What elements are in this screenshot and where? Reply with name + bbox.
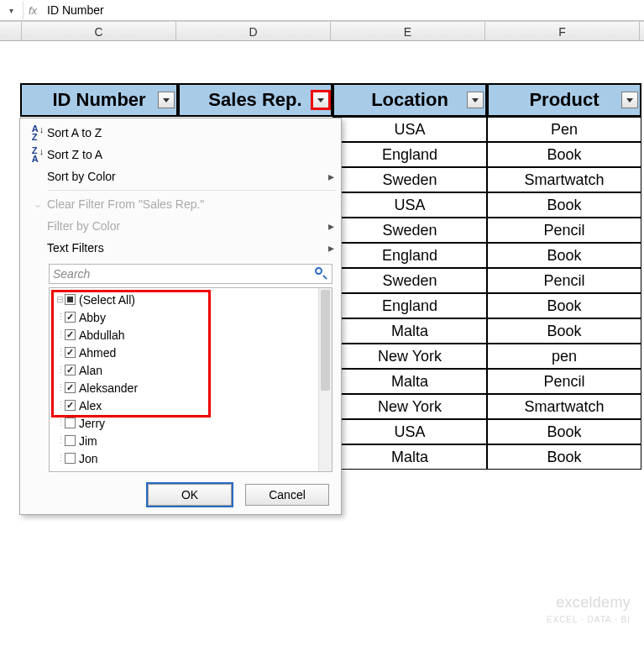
formula-bar-value[interactable]: ID Number xyxy=(42,3,104,17)
filter-item[interactable]: ⋮Abdullah xyxy=(51,326,317,344)
cell-product[interactable]: Smartwatch xyxy=(487,167,641,192)
cell-product[interactable]: Smartwatch xyxy=(487,394,641,419)
filter-item[interactable]: ⊟(Select All) xyxy=(51,291,317,308)
cell-product[interactable]: Book xyxy=(487,192,641,218)
formula-bar: ▾ fx ID Number xyxy=(0,0,644,21)
filter-search[interactable] xyxy=(49,264,332,284)
cell-location[interactable]: USA xyxy=(332,419,487,444)
tree-icon: ⋮ xyxy=(56,312,65,323)
cell-product[interactable]: Pencil xyxy=(487,218,641,243)
scrollbar[interactable] xyxy=(318,288,332,471)
filter-button-sales-rep[interactable] xyxy=(312,92,329,108)
col-header-E[interactable]: E xyxy=(331,22,485,40)
cell-product[interactable]: Book xyxy=(487,243,641,268)
scrollbar-thumb[interactable] xyxy=(321,290,330,391)
sort-by-color[interactable]: Sort by Color ▸ xyxy=(20,165,341,187)
filter-button-id-number[interactable] xyxy=(158,92,175,108)
cell-location[interactable]: Malta xyxy=(332,444,487,470)
col-header-C[interactable]: C xyxy=(22,22,176,40)
column-headers: C D E F xyxy=(0,21,644,41)
tree-icon: ⋮ xyxy=(56,365,65,376)
submenu-arrow-icon: ▸ xyxy=(328,170,334,183)
tree-icon: ⋮ xyxy=(56,400,65,411)
search-input[interactable] xyxy=(50,265,310,283)
cell-location[interactable]: New York xyxy=(332,394,487,419)
cell-product[interactable]: Book xyxy=(487,142,641,167)
checkbox[interactable] xyxy=(65,312,76,323)
fx-label: fx xyxy=(24,4,42,17)
cell-product[interactable]: pen xyxy=(487,344,641,369)
cell-location[interactable]: USA xyxy=(332,117,487,142)
checkbox[interactable] xyxy=(65,347,76,358)
checkbox[interactable] xyxy=(65,453,76,464)
col-header-D[interactable]: D xyxy=(176,22,331,40)
header-id-number[interactable]: ID Number xyxy=(20,83,178,117)
cell-location[interactable]: Sweden xyxy=(332,218,487,243)
checkbox[interactable] xyxy=(65,329,76,340)
checkbox[interactable] xyxy=(65,382,76,393)
checkbox[interactable] xyxy=(65,418,76,428)
filter-item-label: Jerry xyxy=(79,417,105,430)
tree-icon: ⋮ xyxy=(56,347,65,358)
sort-za[interactable]: ZA↓ Sort Z to A xyxy=(20,144,341,165)
filter-item[interactable]: ⋮Alan xyxy=(51,361,317,379)
chevron-down-icon xyxy=(626,98,633,102)
filter-item[interactable]: ⋮Abby xyxy=(51,308,317,326)
filter-item[interactable]: ⋮Jim xyxy=(51,432,317,449)
cell-product[interactable]: Book xyxy=(487,293,641,318)
filter-item[interactable]: ⋮Alex xyxy=(51,397,317,414)
header-sales-rep[interactable]: Sales Rep. xyxy=(178,83,332,117)
cell-product[interactable]: Book xyxy=(487,318,641,344)
filter-item-label: Aleksander xyxy=(79,381,138,395)
cell-location[interactable]: England xyxy=(332,243,487,268)
cell-product[interactable]: Pencil xyxy=(487,268,641,293)
chevron-down-icon xyxy=(472,98,479,102)
filter-item-label: Ahmed xyxy=(79,346,116,360)
header-label: Sales Rep. xyxy=(208,89,301,111)
filter-item[interactable]: ⋮Jon xyxy=(51,449,317,467)
col-location: Location USAEnglandSwedenUSASwedenEnglan… xyxy=(332,83,487,470)
header-label: ID Number xyxy=(52,89,145,111)
sort-az[interactable]: AZ↓ Sort A to Z xyxy=(20,122,341,144)
text-filters[interactable]: Text Filters ▸ xyxy=(20,237,341,259)
clear-filter-icon: ⌄ xyxy=(29,198,47,210)
ok-button[interactable]: OK xyxy=(148,484,232,506)
chevron-down-icon xyxy=(317,98,324,102)
cell-location[interactable]: New York xyxy=(332,344,487,369)
submenu-arrow-icon: ▸ xyxy=(328,219,334,233)
cell-location[interactable]: Malta xyxy=(332,318,487,344)
checkbox[interactable] xyxy=(65,365,76,376)
cell-location[interactable]: England xyxy=(332,293,487,318)
cell-location[interactable]: USA xyxy=(332,192,487,218)
checkbox[interactable] xyxy=(65,400,76,411)
filter-button-product[interactable] xyxy=(621,92,638,108)
filter-list: ⊟(Select All)⋮Abby⋮Abdullah⋮Ahmed⋮Alan⋮A… xyxy=(49,287,332,472)
sort-az-icon: AZ xyxy=(32,124,39,141)
cell-product[interactable]: Book xyxy=(487,444,641,470)
cell-location[interactable]: Sweden xyxy=(332,167,487,192)
col-header-F[interactable]: F xyxy=(485,22,640,40)
filter-button-location[interactable] xyxy=(467,92,484,108)
name-box-dropdown-icon[interactable]: ▾ xyxy=(0,1,24,19)
header-product[interactable]: Product xyxy=(487,83,641,117)
watermark: exceldemy EXCEL · DATA · BI xyxy=(547,595,631,628)
search-icon xyxy=(315,267,328,281)
cell-product[interactable]: Pencil xyxy=(487,369,641,394)
cell-location[interactable]: England xyxy=(332,142,487,167)
filter-item-label: Alan xyxy=(79,364,102,377)
tree-icon: ⋮ xyxy=(56,435,65,446)
checkbox[interactable] xyxy=(65,294,76,305)
data-grid: ID Number AZ↓ Sort A to Z ZA↓ Sort Z to … xyxy=(20,83,641,470)
filter-item[interactable]: ⋮Aleksander xyxy=(51,379,317,397)
checkbox[interactable] xyxy=(65,435,76,446)
cancel-button[interactable]: Cancel xyxy=(245,484,329,506)
cell-product[interactable]: Pen xyxy=(487,117,641,142)
col-id-number: ID Number AZ↓ Sort A to Z ZA↓ Sort Z to … xyxy=(20,83,178,470)
filter-item[interactable]: ⋮Jerry xyxy=(51,414,317,432)
cell-location[interactable]: Sweden xyxy=(332,268,487,293)
cell-location[interactable]: Malta xyxy=(332,369,487,394)
header-location[interactable]: Location xyxy=(332,83,487,117)
cell-product[interactable]: Book xyxy=(487,419,641,444)
filter-item[interactable]: ⋮Ahmed xyxy=(51,344,317,361)
filter-item-label: Jim xyxy=(79,434,97,448)
